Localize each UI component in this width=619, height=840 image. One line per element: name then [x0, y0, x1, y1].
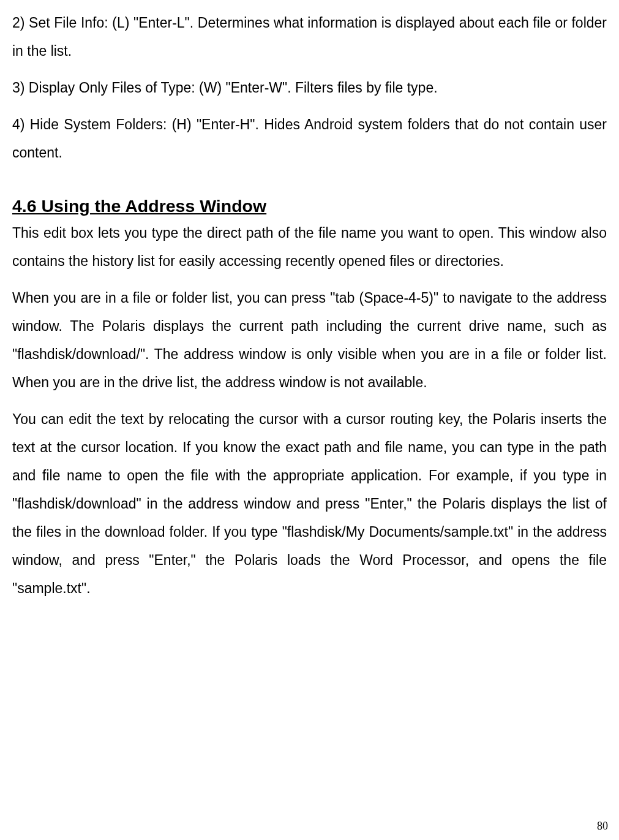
paragraph-item-3: 3) Display Only Files of Type: (W) "Ente…	[12, 74, 607, 102]
paragraph-item-4: 4) Hide System Folders: (H) "Enter-H". H…	[12, 110, 607, 167]
body-paragraph-1: This edit box lets you type the direct p…	[12, 219, 607, 275]
paragraph-item-2: 2) Set File Info: (L) "Enter-L". Determi…	[12, 9, 607, 65]
body-paragraph-2: When you are in a file or folder list, y…	[12, 284, 607, 396]
body-paragraph-3: You can edit the text by relocating the …	[12, 405, 607, 602]
page-number: 80	[597, 820, 608, 833]
section-heading-4-6: 4.6 Using the Address Window	[12, 196, 607, 216]
